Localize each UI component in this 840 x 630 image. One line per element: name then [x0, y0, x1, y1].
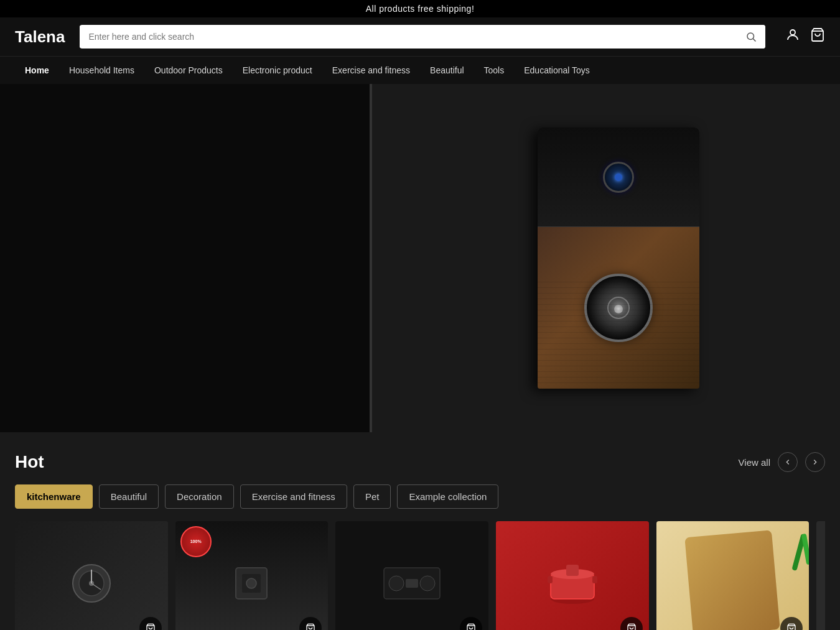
product-icon	[230, 562, 273, 605]
search-input[interactable]	[80, 25, 737, 48]
svg-line-1	[753, 39, 755, 41]
filter-tab-decoration[interactable]: Decoration	[165, 484, 234, 509]
search-button[interactable]	[737, 25, 765, 49]
product-card	[496, 521, 649, 630]
product-icon	[381, 562, 443, 605]
hero-banner	[0, 84, 840, 432]
search-icon	[745, 31, 757, 42]
nav-item-home[interactable]: Home	[15, 57, 59, 84]
nav-item-electronic[interactable]: Electronic product	[233, 57, 322, 84]
svg-point-0	[747, 33, 754, 40]
product-image: 100%	[175, 521, 329, 630]
product-image	[496, 521, 649, 630]
header: Talena	[0, 17, 840, 56]
product-image	[816, 521, 825, 630]
top-banner: All products free shipping!	[0, 0, 840, 17]
header-icons	[785, 27, 825, 46]
svg-rect-22	[548, 576, 553, 583]
filter-tab-kitchenware[interactable]: kitchenware	[15, 484, 93, 509]
product-card	[816, 521, 825, 630]
hero-left	[0, 84, 370, 432]
nav-item-outdoor[interactable]: Outdoor Products	[144, 57, 233, 84]
svg-point-15	[389, 576, 404, 591]
product-card	[15, 521, 168, 630]
svg-rect-24	[566, 565, 579, 576]
product-card	[335, 521, 488, 630]
product-icon	[544, 558, 600, 608]
nav-item-beautiful[interactable]: Beautiful	[420, 57, 474, 84]
svg-point-12	[246, 578, 256, 588]
main-nav: Home Household Items Outdoor Products El…	[0, 56, 840, 84]
svg-point-16	[420, 576, 435, 591]
hero-right	[372, 84, 840, 432]
product-image	[335, 521, 488, 630]
product-grid: 100%	[15, 521, 825, 630]
hot-title: Hot	[15, 452, 44, 472]
view-all-link[interactable]: View all	[739, 457, 770, 468]
product-card: 100%	[175, 521, 329, 630]
svg-rect-23	[592, 576, 597, 583]
chevron-right-icon	[811, 458, 819, 466]
product-image	[656, 521, 810, 630]
chevron-left-icon	[783, 458, 792, 466]
search-bar	[80, 25, 765, 49]
logo[interactable]: Talena	[15, 27, 65, 47]
hot-section: Hot View all kitchenware Beautiful Decor…	[0, 432, 840, 630]
filter-tabs: kitchenware Beautiful Decoration Exercis…	[15, 484, 825, 509]
speaker-image	[500, 121, 712, 395]
account-icon[interactable]	[785, 27, 800, 46]
hot-header: Hot View all	[15, 452, 825, 472]
hot-controls: View all	[739, 452, 825, 472]
svg-point-2	[790, 30, 795, 35]
nav-item-tools[interactable]: Tools	[474, 57, 515, 84]
next-button[interactable]	[805, 452, 825, 472]
cart-icon[interactable]	[810, 27, 825, 46]
svg-rect-17	[406, 579, 418, 588]
nav-item-educational[interactable]: Educational Toys	[514, 57, 600, 84]
product-image	[15, 521, 168, 630]
banner-text: All products free shipping!	[366, 4, 475, 14]
filter-tab-exercise[interactable]: Exercise and fitness	[240, 484, 347, 509]
nav-item-household[interactable]: Household Items	[59, 57, 144, 84]
filter-tab-pet[interactable]: Pet	[353, 484, 391, 509]
product-icon	[67, 558, 116, 608]
guarantee-badge: 100%	[180, 526, 212, 557]
prev-button[interactable]	[778, 452, 798, 472]
product-card	[656, 521, 810, 630]
nav-item-exercise[interactable]: Exercise and fitness	[322, 57, 420, 84]
filter-tab-example[interactable]: Example collection	[397, 484, 498, 509]
filter-tab-beautiful[interactable]: Beautiful	[99, 484, 159, 509]
